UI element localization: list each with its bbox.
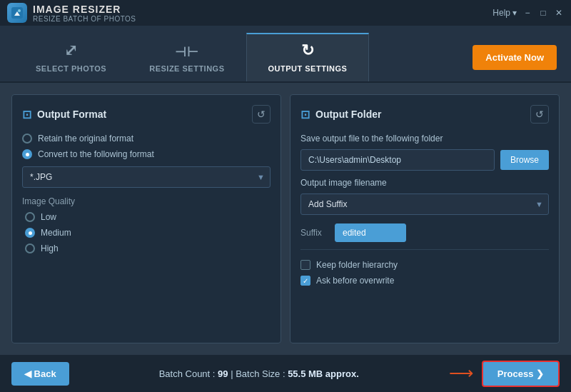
resize-settings-icon: ⊣⊢ (175, 44, 198, 60)
title-bar: IMAGE RESIZER RESIZE BATCH OF PHOTOS Hel… (0, 0, 571, 26)
app-subtitle-text: RESIZE BATCH OF PHOTOS (33, 15, 492, 23)
quality-medium-item[interactable]: Medium (25, 228, 271, 238)
select-photos-icon: ⤢ (64, 41, 78, 60)
tab-select-label: SELECT PHOTOS (36, 64, 106, 73)
output-format-reset-button[interactable]: ↺ (252, 105, 271, 124)
retain-radio-circle (22, 134, 32, 144)
window-controls: Help ▾ − □ ✕ (492, 8, 564, 18)
chevron-down-icon: ▾ (512, 8, 517, 18)
suffix-row: Suffix (300, 223, 549, 242)
keep-hierarchy-label: Keep folder hierarchy (316, 260, 398, 270)
tab-bar: ⤢ SELECT PHOTOS ⊣⊢ RESIZE SETTINGS ↻ OUT… (0, 26, 571, 83)
arrow-right-icon: ⟶ (449, 363, 473, 383)
filename-select-wrapper: Add Suffix Add Prefix Rename ▼ (300, 194, 549, 215)
format-select-wrapper: *.JPG *.PNG *.BMP *.GIF *.TIFF ▼ (22, 166, 271, 188)
tab-resize-label: RESIZE SETTINGS (149, 64, 224, 73)
ask-overwrite-item[interactable]: Ask before overwrite (300, 276, 549, 286)
save-folder-label: Save output file to the following folder (300, 134, 549, 144)
quality-low-label: Low (41, 212, 56, 222)
divider (300, 249, 549, 250)
format-select[interactable]: *.JPG *.PNG *.BMP *.GIF *.TIFF (22, 166, 271, 188)
filename-select[interactable]: Add Suffix Add Prefix Rename (300, 194, 549, 215)
activate-now-button[interactable]: Activate Now (473, 45, 557, 70)
quality-options: Low Medium High (22, 212, 271, 253)
ask-overwrite-label: Ask before overwrite (316, 276, 394, 286)
convert-radio-circle (22, 149, 32, 159)
output-format-icon: ⊡ (22, 108, 31, 121)
batch-info: Batch Count : 99 | Batch Size : 55.5 MB … (78, 368, 440, 379)
batch-size-value: 55.5 MB approx. (288, 368, 359, 379)
batch-separator: | (228, 368, 236, 379)
tab-output-label: OUTPUT SETTINGS (268, 64, 348, 73)
maximize-button[interactable]: □ (538, 8, 548, 18)
browse-button[interactable]: Browse (500, 150, 549, 170)
retain-radio-label: Retain the original format (38, 134, 133, 144)
back-button[interactable]: ◀ Back (11, 362, 69, 386)
checkbox-group: Keep folder hierarchy Ask before overwri… (300, 260, 549, 286)
batch-count-label: Batch Count : (159, 368, 218, 379)
filename-label: Output image filename (300, 178, 549, 188)
output-format-panel: ⊡ Output Format ↺ Retain the original fo… (11, 94, 281, 343)
retain-format-option: Retain the original format Convert to th… (22, 134, 271, 159)
process-button[interactable]: Process ❯ (482, 361, 560, 387)
convert-radio-item[interactable]: Convert to the following format (22, 149, 271, 159)
tab-resize-settings[interactable]: ⊣⊢ RESIZE SETTINGS (128, 36, 246, 81)
quality-medium-radio (25, 228, 35, 238)
minimize-button[interactable]: − (522, 8, 532, 18)
keep-hierarchy-checkbox (300, 260, 310, 270)
app-title-text: IMAGE RESIZER (33, 4, 492, 15)
tab-select-photos[interactable]: ⤢ SELECT PHOTOS (14, 33, 128, 81)
quality-high-item[interactable]: High (25, 243, 271, 253)
main-content: ⊡ Output Format ↺ Retain the original fo… (0, 83, 571, 355)
folder-path-input[interactable] (300, 149, 495, 171)
output-folder-reset-button[interactable]: ↺ (530, 105, 549, 124)
ask-overwrite-checkbox (300, 276, 310, 286)
output-folder-panel: ⊡ Output Folder ↺ Save output file to th… (290, 94, 560, 343)
convert-radio-label: Convert to the following format (38, 149, 154, 159)
svg-point-1 (18, 9, 21, 12)
footer: ◀ Back Batch Count : 99 | Batch Size : 5… (0, 355, 571, 392)
quality-section-label: Image Quality (22, 196, 271, 206)
close-button[interactable]: ✕ (554, 8, 564, 18)
output-format-title: Output Format (37, 109, 106, 120)
quality-low-radio (25, 212, 35, 222)
quality-medium-label: Medium (41, 228, 71, 238)
tab-output-settings[interactable]: ↻ OUTPUT SETTINGS (246, 33, 370, 81)
help-button[interactable]: Help ▾ (492, 8, 517, 18)
quality-low-item[interactable]: Low (25, 212, 271, 222)
batch-size-label: Batch Size : (236, 368, 288, 379)
folder-path-row: Browse (300, 149, 549, 171)
batch-count-value: 99 (218, 368, 228, 379)
output-folder-icon: ⊡ (300, 108, 310, 121)
app-title-block: IMAGE RESIZER RESIZE BATCH OF PHOTOS (33, 4, 492, 23)
suffix-input[interactable] (335, 223, 406, 242)
app-logo (7, 3, 27, 23)
keep-hierarchy-item[interactable]: Keep folder hierarchy (300, 260, 549, 270)
output-folder-title: Output Folder (315, 109, 382, 120)
retain-radio-item[interactable]: Retain the original format (22, 134, 271, 144)
output-settings-icon: ↻ (301, 41, 315, 60)
suffix-label: Suffix (300, 228, 329, 238)
quality-high-radio (25, 243, 35, 253)
quality-high-label: High (41, 243, 59, 253)
